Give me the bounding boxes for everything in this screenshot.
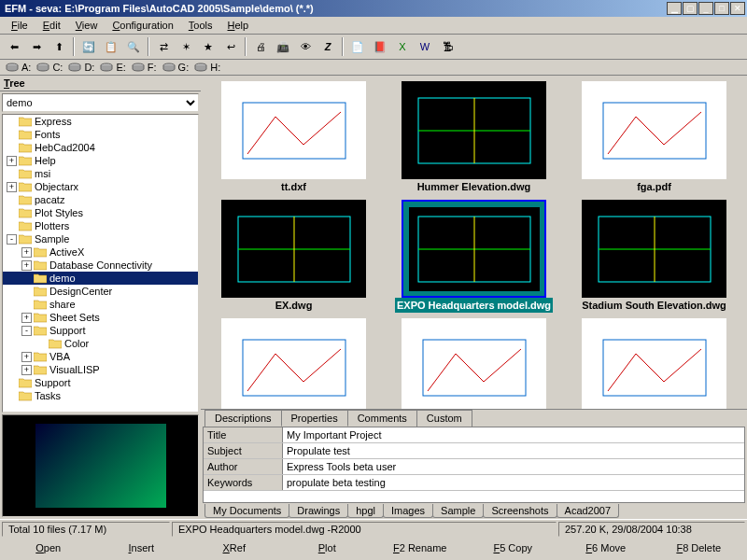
star-icon[interactable]: ★ [198, 36, 218, 57]
folder-tree[interactable]: ExpressFontsHebCad2004+Helpmsi+Objectarx… [2, 114, 199, 413]
tree-node[interactable]: msi [3, 167, 198, 180]
copy-icon[interactable]: 📋 [101, 36, 121, 57]
menu-file[interactable]: File [4, 18, 35, 33]
workspace-tab[interactable]: Drawings [289, 504, 348, 518]
thumbnail-item[interactable]: EX.dwg [206, 200, 381, 313]
tree-node[interactable]: +Objectarx [3, 180, 198, 193]
tree-expand-icon[interactable]: + [21, 313, 32, 323]
back-icon[interactable]: ⬅ [4, 36, 24, 57]
tree-expand-icon[interactable]: + [21, 260, 32, 271]
up-icon[interactable]: ⬆ [49, 36, 69, 57]
bolt-icon[interactable]: Z [317, 36, 338, 57]
prop-tab-comments[interactable]: Comments [347, 410, 417, 427]
tree-node[interactable]: Express [3, 115, 198, 128]
tree-expand-icon[interactable]: + [21, 365, 32, 375]
tree-node[interactable]: +Database Connectivity [3, 259, 198, 272]
eye-icon[interactable]: 👁 [295, 36, 316, 57]
tree-expand-icon[interactable]: + [7, 182, 17, 192]
tree-node[interactable]: Tasks [3, 389, 198, 402]
fax-icon[interactable]: 📠 [273, 36, 293, 57]
tree-node[interactable]: -Support [3, 324, 198, 337]
return-icon[interactable]: ↩ [220, 36, 241, 57]
thumbnail-item[interactable]: Hummer Elevation.dwg [387, 81, 561, 194]
tree-node[interactable]: demo [3, 272, 198, 285]
drive-h[interactable]: H: [194, 62, 220, 73]
fkey-button[interactable]: F8 Delete [653, 540, 746, 555]
tree-node[interactable]: Support [3, 376, 198, 389]
swap-icon[interactable]: ⇄ [153, 36, 174, 57]
folder-combo[interactable]: demo [2, 93, 199, 112]
prop-tab-properties[interactable]: Properties [281, 410, 348, 427]
forward-icon[interactable]: ➡ [26, 36, 47, 57]
tree-node[interactable]: +Sheet Sets [3, 311, 198, 324]
drive-a[interactable]: A: [6, 62, 31, 73]
fkey-button[interactable]: Plot [281, 540, 374, 555]
zip-icon[interactable]: 🗜 [437, 36, 458, 57]
tree-node[interactable]: HebCad2004 [3, 141, 198, 154]
tree-node[interactable]: -Sample [3, 232, 198, 245]
tree-node[interactable]: share [3, 298, 198, 311]
workspace-tab[interactable]: Acad2007 [557, 504, 620, 518]
thumbnail-item[interactable]: Stadium South Elevation.dwg [567, 200, 741, 313]
drive-d[interactable]: D: [68, 62, 94, 73]
prop-tab-custom[interactable]: Custom [416, 410, 472, 427]
drive-g[interactable]: G: [162, 62, 190, 73]
menu-edit[interactable]: Edit [35, 18, 68, 33]
drive-e[interactable]: E: [100, 62, 125, 73]
menu-help[interactable]: Help [220, 18, 257, 33]
tree-node[interactable]: +ActiveX [3, 245, 198, 259]
drive-f[interactable]: F: [132, 62, 157, 73]
fkey-button[interactable]: F6 Move [559, 540, 653, 555]
prop-tab-descriptions[interactable]: Descriptions [204, 410, 282, 427]
menu-configuration[interactable]: Configuration [105, 18, 180, 33]
prop-value[interactable]: My Important Project [283, 427, 744, 442]
tree-expand-icon[interactable]: + [21, 247, 32, 258]
workspace-tab[interactable]: Images [383, 504, 433, 518]
find-icon[interactable]: 🔍 [123, 36, 144, 57]
fkey-button[interactable]: Insert [95, 540, 189, 555]
target-icon[interactable]: ✶ [176, 36, 196, 57]
extra2-button[interactable]: □ [714, 2, 729, 15]
thumbnail-item[interactable]: 50states.plt [567, 318, 741, 409]
thumbnail-item[interactable]: COLUMBIA.TIF [206, 318, 381, 409]
workspace-tab[interactable]: Screenshots [483, 504, 557, 518]
tree-node[interactable]: Fonts [3, 128, 198, 141]
workspace-tab[interactable]: hpgl [347, 504, 384, 518]
extra1-button[interactable]: _ [698, 2, 713, 15]
workspace-tab[interactable]: My Documents [204, 504, 289, 518]
tree-node[interactable]: pacatz [3, 193, 198, 206]
app2-icon[interactable]: 📕 [370, 36, 390, 57]
tree-node[interactable]: Color [3, 337, 198, 350]
prop-value[interactable]: propulate beta testing [283, 475, 744, 490]
minimize-button[interactable]: ▁ [667, 2, 682, 15]
fkey-button[interactable]: Open [2, 540, 95, 555]
thumbnail-item[interactable]: EXPO Headquarters model.dwg [387, 200, 561, 313]
close-button[interactable]: ✕ [730, 2, 745, 15]
tree-node[interactable]: Plot Styles [3, 206, 198, 219]
prop-value[interactable]: Propulate test [283, 443, 744, 458]
fkey-button[interactable]: XRef [188, 540, 281, 555]
workspace-tab[interactable]: Sample [432, 504, 484, 518]
fkey-button[interactable]: F5 Copy [467, 540, 560, 555]
tree-expand-icon[interactable]: - [7, 234, 17, 245]
app1-icon[interactable]: 📄 [347, 36, 368, 57]
print-icon[interactable]: 🖨 [250, 36, 271, 57]
prop-value[interactable]: Express Tools beta user [283, 459, 744, 474]
refresh-icon[interactable]: 🔄 [78, 36, 99, 57]
thumbnail-item[interactable]: zkl47_22.PDF [387, 318, 561, 409]
excel-icon[interactable]: X [392, 36, 413, 57]
tree-node[interactable]: DesignCenter [3, 285, 198, 298]
tree-expand-icon[interactable]: + [7, 156, 17, 166]
tree-node[interactable]: +Help [3, 154, 198, 167]
restore-button[interactable]: ▢ [683, 2, 698, 15]
thumbnail-item[interactable]: fga.pdf [567, 81, 741, 194]
thumbnail-item[interactable]: tt.dxf [206, 81, 381, 194]
tree-node[interactable]: +VisualLISP [3, 363, 198, 376]
fkey-button[interactable]: F2 Rename [374, 540, 467, 555]
tree-expand-icon[interactable]: + [21, 352, 32, 362]
menu-view[interactable]: View [68, 18, 106, 33]
tree-node[interactable]: Plotters [3, 219, 198, 232]
tree-expand-icon[interactable]: - [21, 326, 32, 336]
menu-tools[interactable]: Tools [181, 18, 220, 33]
drive-c[interactable]: C: [36, 62, 63, 73]
